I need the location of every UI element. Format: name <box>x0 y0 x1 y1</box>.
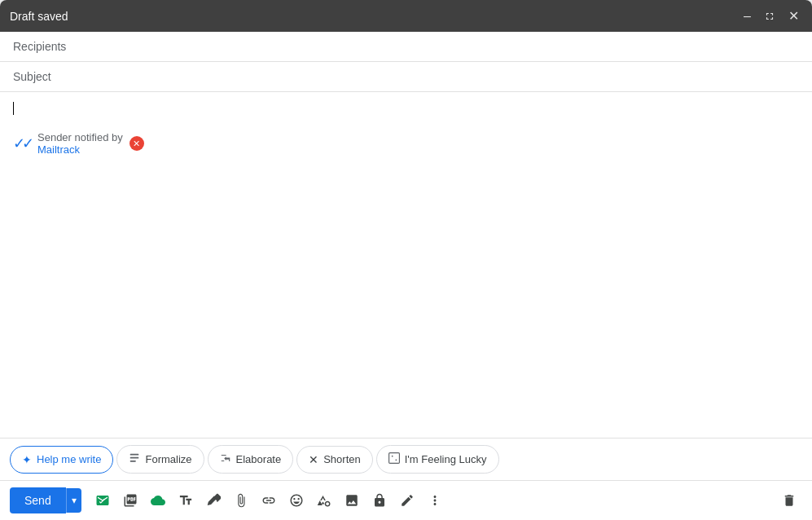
compose-window: Draft saved – ✕ Recipients Subject ✓✓ <box>0 0 812 520</box>
send-button-group: Send ▾ <box>10 487 81 513</box>
insert-photo-button[interactable] <box>339 487 365 513</box>
mailtrack-link[interactable]: Mailtrack <box>37 143 80 156</box>
send-button[interactable]: Send <box>10 487 66 513</box>
compose-toolbar: Send ▾ <box>0 480 812 520</box>
minimize-button[interactable]: – <box>740 7 754 25</box>
format-highlight-button[interactable] <box>200 487 226 513</box>
svg-point-4 <box>392 456 393 457</box>
subject-field[interactable]: Subject <box>0 62 812 92</box>
emoji-button[interactable] <box>283 487 309 513</box>
link-button[interactable] <box>256 487 282 513</box>
compose-title: Draft saved <box>10 10 68 23</box>
send-more-button[interactable]: ▾ <box>66 488 81 513</box>
expand-button[interactable] <box>761 9 779 24</box>
mailtrack-toolbar-button[interactable] <box>90 487 116 513</box>
formalize-icon <box>129 452 140 466</box>
help-write-button[interactable]: ✦ Help me write <box>10 446 113 474</box>
mailtrack-notification: ✓✓ Sender notified by Mailtrack ✕ <box>13 131 799 156</box>
mailtrack-close-button[interactable]: ✕ <box>129 136 144 151</box>
shorten-button[interactable]: ✕ Shorten <box>296 446 373 474</box>
feeling-lucky-button[interactable]: I'm Feeling Lucky <box>376 445 499 474</box>
confidential-button[interactable] <box>366 487 393 513</box>
sparkle-icon: ✦ <box>22 453 32 466</box>
ai-toolbar: ✦ Help me write Formalize Elaborate ✕ Sh… <box>0 438 812 480</box>
recipients-field[interactable]: Recipients <box>0 32 812 62</box>
pdf-button[interactable] <box>117 487 143 513</box>
svg-rect-3 <box>388 453 399 464</box>
mailtrack-notification-text: Sender notified by <box>37 131 123 143</box>
cursor <box>13 102 14 115</box>
mailtrack-text-group: Sender notified by Mailtrack <box>37 131 123 156</box>
recipients-label: Recipients <box>13 40 66 53</box>
lucky-icon <box>388 452 400 466</box>
signature-button[interactable] <box>394 487 420 513</box>
insert-drive-button[interactable] <box>311 487 337 513</box>
attachment-button[interactable] <box>228 487 254 513</box>
recipients-input[interactable] <box>72 40 799 53</box>
subject-input[interactable] <box>58 70 799 83</box>
elaborate-button[interactable]: Elaborate <box>208 445 294 474</box>
svg-rect-0 <box>130 454 139 456</box>
header-controls: – ✕ <box>740 7 802 25</box>
subject-label: Subject <box>13 70 51 83</box>
compose-header: Draft saved – ✕ <box>0 0 812 32</box>
formalize-button[interactable]: Formalize <box>116 445 204 474</box>
close-button[interactable]: ✕ <box>785 7 802 25</box>
format-text-button[interactable] <box>173 487 199 513</box>
delete-draft-button[interactable] <box>776 487 802 513</box>
compose-body[interactable]: ✓✓ Sender notified by Mailtrack ✕ <box>0 92 812 438</box>
shorten-icon: ✕ <box>309 453 318 466</box>
drive-button[interactable] <box>145 487 171 513</box>
more-options-button[interactable] <box>422 487 448 513</box>
chevron-down-icon: ▾ <box>72 495 77 506</box>
svg-rect-1 <box>130 457 139 459</box>
svg-point-5 <box>395 459 397 461</box>
mailtrack-check-icon: ✓✓ <box>13 134 31 152</box>
elaborate-icon <box>220 452 231 466</box>
svg-rect-2 <box>130 461 136 462</box>
